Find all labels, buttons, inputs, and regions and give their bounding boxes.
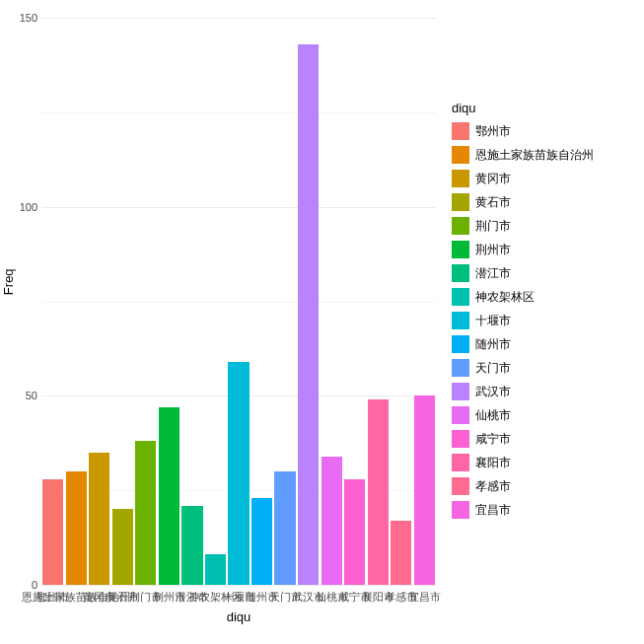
bar xyxy=(298,44,319,585)
legend-label: 襄阳市 xyxy=(475,455,511,471)
legend-item: 十堰市 xyxy=(452,309,639,332)
legend-title: diqu xyxy=(452,101,639,115)
legend-swatch xyxy=(452,383,469,400)
legend-swatch xyxy=(452,312,469,329)
grid-line xyxy=(41,18,436,19)
legend-label: 咸宁市 xyxy=(475,431,511,448)
legend-item: 潜江市 xyxy=(452,261,639,285)
legend-swatch xyxy=(452,477,469,495)
legend-label: 神农架林区 xyxy=(475,289,535,306)
legend-swatch xyxy=(452,454,469,471)
bar xyxy=(274,471,295,585)
y-tick-label: 100 xyxy=(0,201,37,213)
y-axis-label: Freq xyxy=(1,268,16,295)
legend-swatch xyxy=(452,501,469,519)
legend-item: 孝感市 xyxy=(452,474,639,498)
legend-swatch xyxy=(452,146,469,164)
y-tick-label: 150 xyxy=(0,12,37,24)
legend-label: 恩施土家族苗族自治州 xyxy=(475,147,594,164)
legend-label: 孝感市 xyxy=(475,478,511,495)
legend-label: 荆州市 xyxy=(475,242,511,258)
legend-swatch xyxy=(452,288,469,306)
legend-label: 黄冈市 xyxy=(475,171,511,187)
y-tick-label: 50 xyxy=(0,390,37,401)
legend-item: 咸宁市 xyxy=(452,427,639,451)
bar xyxy=(42,479,63,585)
bar xyxy=(344,479,365,585)
legend-swatch xyxy=(452,170,469,187)
bar xyxy=(159,407,179,585)
legend-label: 仙桃市 xyxy=(475,407,511,424)
bar xyxy=(414,395,435,585)
legend-label: 天门市 xyxy=(475,360,511,377)
legend-swatch xyxy=(452,264,469,282)
bar xyxy=(135,441,156,585)
bar xyxy=(112,509,133,585)
legend-label: 黄石市 xyxy=(475,194,511,211)
legend-swatch xyxy=(452,193,469,211)
legend-label: 鄂州市 xyxy=(475,123,511,140)
legend-swatch xyxy=(452,430,469,448)
bar xyxy=(228,362,249,585)
legend-swatch xyxy=(452,359,469,377)
legend-item: 仙桃市 xyxy=(452,403,639,427)
legend-item: 黄石市 xyxy=(452,190,639,214)
bar xyxy=(368,399,389,585)
x-tick-label: 宜昌市 xyxy=(408,590,441,605)
legend-swatch xyxy=(452,406,469,424)
legend-swatch xyxy=(452,335,469,353)
bar xyxy=(89,453,109,585)
legend-item: 宜昌市 xyxy=(452,498,639,522)
legend-label: 武汉市 xyxy=(475,384,511,400)
legend-item: 鄂州市 xyxy=(452,119,639,143)
legend-item: 荆门市 xyxy=(452,214,639,238)
bar xyxy=(205,554,226,585)
legend-label: 随州市 xyxy=(475,336,511,353)
legend-label: 十堰市 xyxy=(475,313,511,329)
grid-line xyxy=(41,585,436,586)
bar xyxy=(391,521,411,585)
legend-item: 襄阳市 xyxy=(452,451,639,474)
legend-swatch xyxy=(452,217,469,235)
legend-item: 神农架林区 xyxy=(452,285,639,309)
legend-label: 宜昌市 xyxy=(475,502,511,519)
legend-item: 武汉市 xyxy=(452,380,639,403)
legend-swatch xyxy=(452,122,469,140)
chart-container: 050100150 Freq diqu 鄂州市恩施土家族苗族自治州黄冈市黄石市荆… xyxy=(0,0,644,644)
plot-area xyxy=(41,18,436,585)
legend: diqu 鄂州市恩施土家族苗族自治州黄冈市黄石市荆门市荆州市潜江市神农架林区十堰… xyxy=(452,101,639,522)
legend-item: 天门市 xyxy=(452,356,639,380)
legend-item: 荆州市 xyxy=(452,238,639,261)
bar xyxy=(251,498,272,585)
bar xyxy=(66,471,87,585)
grid-line-minor xyxy=(41,112,436,113)
grid-line xyxy=(41,207,436,208)
legend-item: 随州市 xyxy=(452,332,639,356)
bar xyxy=(322,457,342,585)
legend-swatch xyxy=(452,241,469,258)
grid-line-minor xyxy=(41,302,436,303)
legend-item: 黄冈市 xyxy=(452,167,639,190)
bar xyxy=(181,506,202,586)
legend-label: 潜江市 xyxy=(475,265,511,282)
legend-item: 恩施土家族苗族自治州 xyxy=(452,143,639,167)
legend-label: 荆门市 xyxy=(475,218,511,235)
x-axis-label: diqu xyxy=(41,609,436,624)
